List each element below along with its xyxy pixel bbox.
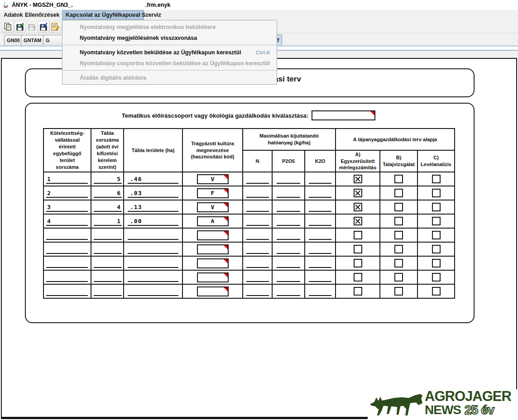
kultura-input[interactable] — [197, 230, 229, 240]
kultura-input[interactable] — [197, 244, 229, 254]
check-form-button[interactable] — [49, 21, 61, 33]
kultura-input[interactable] — [197, 272, 229, 282]
checkbox-merlegszamitas[interactable] — [354, 231, 362, 239]
checkbox-levelanalizis[interactable] — [432, 259, 441, 267]
copy-documents-button[interactable] — [2, 21, 14, 33]
tabla-sorszam-field[interactable] — [94, 272, 122, 282]
k2o-field[interactable] — [309, 244, 331, 254]
p2o5-field[interactable] — [277, 258, 300, 268]
tabla-terulet-field[interactable] — [128, 244, 178, 254]
n-field[interactable] — [246, 216, 269, 226]
tabla-terulet-field[interactable]: .46 — [128, 174, 178, 184]
kultura-input[interactable]: A — [197, 216, 229, 226]
tab-partial[interactable]: G — [43, 35, 64, 45]
kultura-input[interactable]: F — [197, 188, 229, 198]
n-field[interactable] — [246, 188, 269, 198]
n-field[interactable] — [246, 230, 269, 240]
k2o-field[interactable] — [309, 286, 331, 296]
save-export-button[interactable] — [14, 21, 26, 33]
tabla-terulet-field[interactable] — [128, 272, 178, 282]
checkbox-talajvizsgalat[interactable] — [394, 245, 403, 253]
checkbox-talajvizsgalat[interactable] — [394, 189, 403, 197]
n-field[interactable] — [246, 244, 269, 254]
tabla-sorszam-field[interactable] — [94, 244, 122, 254]
p2o5-field[interactable] — [277, 188, 300, 198]
terulet-sorszam-field[interactable] — [46, 272, 88, 282]
tabla-sorszam-field[interactable]: 1 — [94, 216, 122, 226]
k2o-field[interactable] — [309, 230, 331, 240]
kultura-input[interactable]: V — [197, 174, 229, 184]
terulet-sorszam-field[interactable]: 2 — [46, 188, 88, 198]
checkbox-merlegszamitas[interactable] — [354, 287, 362, 296]
checkbox-levelanalizis[interactable] — [432, 189, 441, 197]
n-field[interactable] — [246, 174, 269, 184]
tabla-sorszam-field[interactable] — [94, 230, 122, 240]
checkbox-levelanalizis[interactable] — [432, 217, 441, 225]
checkbox-levelanalizis[interactable] — [432, 175, 441, 183]
checkbox-levelanalizis[interactable] — [432, 245, 441, 253]
checkbox-talajvizsgalat[interactable] — [394, 259, 403, 267]
terulet-sorszam-field[interactable]: 1 — [46, 174, 88, 184]
checkbox-merlegszamitas[interactable]: ✕ — [354, 175, 362, 183]
menu-option-kozvetlen-bekuldes[interactable]: Nyomtatvány közvetlen beküldése az Ügyfé… — [62, 47, 277, 58]
terulet-sorszam-field[interactable] — [46, 258, 88, 268]
tabla-terulet-field[interactable]: .13 — [128, 202, 178, 212]
checkbox-merlegszamitas[interactable]: ✕ — [354, 203, 362, 211]
menu-ellenorzesek[interactable]: Ellenőrzések — [22, 10, 62, 20]
k2o-field[interactable] — [309, 272, 331, 282]
tabla-sorszam-field[interactable]: 6 — [94, 188, 122, 198]
tabla-terulet-field[interactable]: .00 — [128, 216, 178, 226]
checkbox-talajvizsgalat[interactable] — [394, 287, 403, 296]
n-field[interactable] — [246, 202, 269, 212]
checkbox-talajvizsgalat[interactable] — [394, 217, 403, 225]
n-field[interactable] — [246, 272, 269, 282]
k2o-field[interactable] — [309, 188, 331, 198]
p2o5-field[interactable] — [277, 230, 300, 240]
terulet-sorszam-field[interactable]: 4 — [46, 216, 88, 226]
checkbox-merlegszamitas[interactable] — [354, 245, 362, 253]
n-field[interactable] — [246, 286, 269, 296]
selector-input[interactable] — [312, 110, 375, 120]
tabla-terulet-field[interactable] — [128, 258, 178, 268]
k2o-field[interactable] — [309, 202, 331, 212]
tab-gntam[interactable]: GNTAM — [21, 35, 44, 45]
p2o5-field[interactable] — [277, 202, 300, 212]
terulet-sorszam-field[interactable] — [46, 230, 88, 240]
menu-szerviz[interactable]: Szerviz — [139, 10, 164, 20]
tab-gn00[interactable]: GN00 — [4, 35, 23, 45]
checkbox-talajvizsgalat[interactable] — [394, 175, 403, 183]
checkbox-merlegszamitas[interactable]: ✕ — [354, 189, 362, 197]
tabla-terulet-field[interactable]: .03 — [128, 188, 178, 198]
p2o5-field[interactable] — [277, 216, 300, 226]
k2o-field[interactable] — [309, 174, 331, 184]
checkbox-levelanalizis[interactable] — [432, 231, 441, 239]
save-import-button[interactable] — [38, 21, 49, 33]
terulet-sorszam-field[interactable] — [46, 244, 88, 254]
tabla-terulet-field[interactable] — [128, 230, 178, 240]
checkbox-merlegszamitas[interactable] — [354, 273, 362, 282]
p2o5-field[interactable] — [277, 272, 300, 282]
checkbox-merlegszamitas[interactable]: ✕ — [354, 217, 362, 225]
tabla-sorszam-field[interactable]: 4 — [94, 202, 122, 212]
n-field[interactable] — [246, 258, 269, 268]
terulet-sorszam-field[interactable]: 3 — [46, 202, 88, 212]
k2o-field[interactable] — [309, 258, 331, 268]
terulet-sorszam-field[interactable] — [46, 286, 88, 296]
kultura-input[interactable] — [197, 286, 229, 296]
kultura-input[interactable] — [197, 258, 229, 268]
p2o5-field[interactable] — [277, 286, 300, 296]
checkbox-merlegszamitas[interactable] — [354, 259, 362, 267]
checkbox-levelanalizis[interactable] — [432, 287, 441, 296]
checkbox-levelanalizis[interactable] — [432, 203, 441, 211]
tabla-sorszam-field[interactable] — [94, 258, 122, 268]
checkbox-talajvizsgalat[interactable] — [394, 231, 403, 239]
checkbox-talajvizsgalat[interactable] — [394, 203, 403, 211]
k2o-field[interactable] — [309, 216, 331, 226]
tabla-terulet-field[interactable] — [128, 286, 178, 296]
menu-option-megjeloles-visszavonasa[interactable]: Nyomtatvány megjelölésének visszavonása — [62, 33, 277, 43]
tabla-sorszam-field[interactable]: 5 — [94, 174, 122, 184]
menu-kapcsolat-ugyfelkapu[interactable]: Kapcsolat az Ügyfélkapuval — [62, 10, 144, 20]
p2o5-field[interactable] — [277, 244, 300, 254]
tabla-sorszam-field[interactable] — [94, 286, 122, 296]
checkbox-talajvizsgalat[interactable] — [394, 273, 403, 282]
